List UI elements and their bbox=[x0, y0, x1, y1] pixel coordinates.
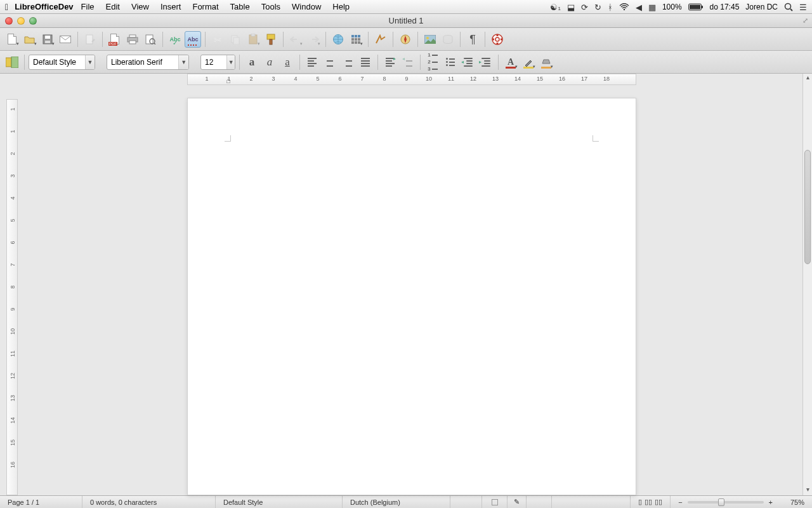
cut-button[interactable]: ✂ bbox=[209, 31, 226, 48]
battery-percent[interactable]: 100% bbox=[662, 3, 682, 11]
paragraph-style-input[interactable] bbox=[29, 58, 85, 67]
timemachine-icon[interactable]: ↻ bbox=[594, 3, 601, 12]
status-language[interactable]: Dutch (Belgium) bbox=[343, 496, 450, 508]
open-button[interactable]: ▾ bbox=[22, 31, 38, 48]
font-size-input[interactable] bbox=[201, 58, 226, 67]
notification-center-icon[interactable]: ☰ bbox=[799, 3, 807, 12]
align-right-button[interactable] bbox=[339, 54, 356, 70]
font-name-combo[interactable]: ▼ bbox=[107, 55, 189, 70]
view-layout-buttons[interactable]: ▯ ▯▯ ▯▯ bbox=[630, 496, 671, 508]
menu-insert[interactable]: Insert bbox=[160, 2, 181, 11]
vertical-scrollbar[interactable]: ▴ ▾ bbox=[802, 74, 812, 495]
paste-button[interactable]: ▾ bbox=[245, 31, 261, 48]
font-name-dropdown-icon[interactable]: ▼ bbox=[178, 55, 188, 69]
apple-menu-icon[interactable]:  bbox=[5, 2, 8, 12]
status-selection-mode[interactable] bbox=[482, 496, 508, 508]
single-page-view-icon[interactable]: ▯ bbox=[638, 498, 642, 506]
new-document-button[interactable]: ▾ bbox=[4, 31, 20, 48]
data-sources-button[interactable] bbox=[440, 31, 456, 48]
status-wordcount[interactable]: 0 words, 0 characters bbox=[82, 496, 216, 508]
menu-view[interactable]: View bbox=[131, 2, 149, 11]
user-name[interactable]: Joren DC bbox=[745, 3, 778, 11]
bold-button[interactable]: a bbox=[244, 54, 260, 70]
align-justify-button[interactable] bbox=[357, 54, 374, 70]
status-modified-icon[interactable]: ✎ bbox=[508, 496, 527, 508]
horizontal-ruler[interactable]: ⌂ 1123456789101112131415161718 bbox=[187, 74, 636, 85]
window-minimize-button[interactable] bbox=[17, 17, 25, 25]
ltr-button[interactable]: ▸ bbox=[382, 54, 398, 70]
clock[interactable]: do 17:45 bbox=[710, 3, 740, 11]
menu-window[interactable]: Window bbox=[292, 2, 321, 11]
copy-button[interactable] bbox=[227, 31, 244, 48]
align-center-button[interactable] bbox=[322, 54, 338, 70]
zoom-in-icon[interactable]: + bbox=[769, 498, 773, 506]
underline-button[interactable]: a bbox=[279, 54, 296, 70]
bluetooth-icon[interactable]: ᚼ bbox=[608, 3, 613, 12]
sync-icon[interactable]: ⟳ bbox=[581, 3, 588, 12]
show-draw-functions-button[interactable] bbox=[372, 31, 389, 48]
scroll-thumb[interactable] bbox=[804, 150, 811, 264]
decrease-indent-button[interactable]: ◂ bbox=[460, 54, 476, 70]
menu-tools[interactable]: Tools bbox=[261, 2, 280, 11]
input-menu-icon[interactable]: ▦ bbox=[648, 3, 656, 12]
notification-icon[interactable]: ☯1 bbox=[550, 3, 560, 12]
multi-page-view-icon[interactable]: ▯▯ bbox=[645, 498, 652, 506]
window-zoom-button[interactable] bbox=[29, 17, 37, 25]
increase-indent-button[interactable]: ▸ bbox=[478, 54, 494, 70]
undo-button[interactable]: ▾ bbox=[287, 31, 304, 48]
status-insert-mode[interactable] bbox=[450, 496, 482, 508]
book-view-icon[interactable]: ▯▯ bbox=[655, 498, 662, 506]
edit-file-button[interactable] bbox=[82, 31, 98, 48]
background-color-button[interactable]: ▾ bbox=[538, 54, 554, 70]
redo-button[interactable]: ▾ bbox=[305, 31, 322, 48]
save-button[interactable]: ▾ bbox=[39, 31, 56, 48]
wifi-icon[interactable] bbox=[619, 3, 629, 11]
status-signature[interactable] bbox=[527, 496, 552, 508]
paragraph-style-combo[interactable]: ▼ bbox=[29, 55, 95, 70]
bulleted-list-button[interactable] bbox=[442, 54, 459, 70]
font-name-input[interactable] bbox=[107, 58, 178, 67]
window-fullscreen-icon[interactable]: ⤢ bbox=[802, 17, 808, 25]
zoom-out-icon[interactable]: − bbox=[678, 498, 682, 506]
font-size-dropdown-icon[interactable]: ▼ bbox=[226, 55, 235, 69]
numbered-list-button[interactable]: 123 bbox=[424, 54, 441, 70]
insert-table-button[interactable]: ▾ bbox=[348, 31, 364, 48]
scroll-down-icon[interactable]: ▾ bbox=[803, 486, 812, 495]
rtl-button[interactable]: ◂ bbox=[400, 54, 416, 70]
app-name[interactable]: LibreOfficeDev bbox=[15, 2, 73, 11]
menu-format[interactable]: Format bbox=[192, 2, 218, 11]
battery-icon[interactable] bbox=[688, 3, 704, 11]
scroll-up-icon[interactable]: ▴ bbox=[803, 74, 812, 83]
print-preview-button[interactable] bbox=[142, 31, 159, 48]
navigator-button[interactable] bbox=[397, 31, 414, 48]
vertical-ruler[interactable]: 112345678910111213141516 bbox=[6, 99, 18, 495]
zoom-percent[interactable]: 75% bbox=[780, 496, 812, 508]
menu-table[interactable]: Table bbox=[230, 2, 250, 11]
menu-edit[interactable]: Edit bbox=[106, 2, 120, 11]
document-page[interactable] bbox=[187, 98, 636, 495]
align-left-button[interactable] bbox=[304, 54, 320, 70]
status-style[interactable]: Default Style bbox=[216, 496, 343, 508]
status-page[interactable]: Page 1 / 1 bbox=[0, 496, 82, 508]
font-color-button[interactable]: A▾ bbox=[502, 54, 519, 70]
print-button[interactable] bbox=[124, 31, 141, 48]
volume-icon[interactable]: ◀ bbox=[636, 3, 642, 12]
zoom-knob[interactable] bbox=[718, 498, 724, 506]
clone-formatting-button[interactable] bbox=[263, 31, 279, 48]
autospellcheck-button[interactable]: Abc bbox=[185, 31, 201, 48]
menu-file[interactable]: File bbox=[81, 2, 95, 11]
styles-window-button[interactable] bbox=[4, 54, 20, 70]
hyperlink-button[interactable] bbox=[330, 31, 346, 48]
dropbox-icon[interactable]: ⬓ bbox=[567, 3, 575, 12]
export-pdf-button[interactable]: PDF bbox=[107, 31, 123, 48]
email-button[interactable] bbox=[57, 31, 74, 48]
help-button[interactable] bbox=[489, 31, 506, 48]
italic-button[interactable]: a bbox=[261, 54, 278, 70]
spellcheck-button[interactable]: Abc✓ bbox=[167, 31, 183, 48]
spotlight-icon[interactable] bbox=[784, 3, 793, 11]
highlight-color-button[interactable]: ▾ bbox=[520, 54, 537, 70]
font-size-combo[interactable]: ▼ bbox=[200, 55, 235, 70]
zoom-slider[interactable] bbox=[688, 501, 764, 504]
gallery-button[interactable] bbox=[422, 31, 438, 48]
menu-help[interactable]: Help bbox=[332, 2, 350, 11]
